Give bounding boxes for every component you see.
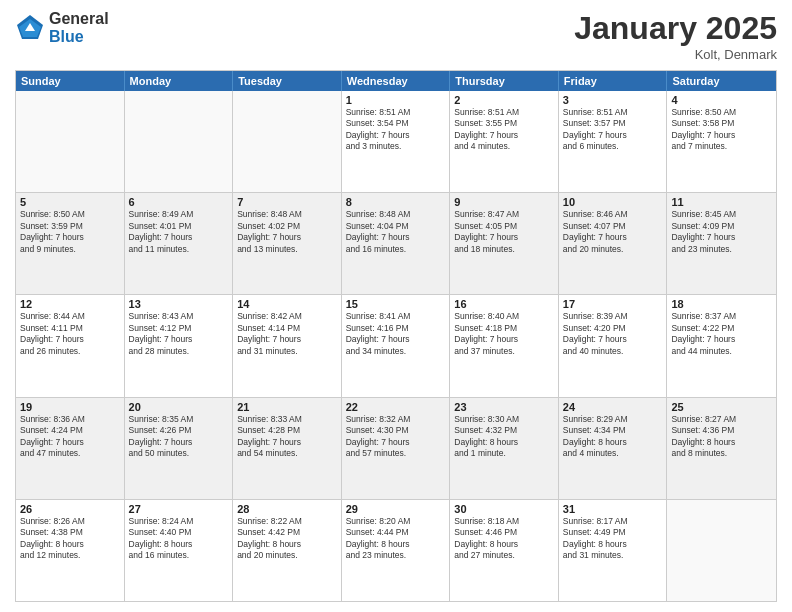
cell-line: Daylight: 8 hours bbox=[671, 437, 772, 448]
day-cell-10: 10Sunrise: 8:46 AMSunset: 4:07 PMDayligh… bbox=[559, 193, 668, 294]
day-number: 8 bbox=[346, 196, 446, 208]
cell-line: Daylight: 7 hours bbox=[454, 232, 554, 243]
cell-line: Sunset: 4:07 PM bbox=[563, 221, 663, 232]
day-cell-5: 5Sunrise: 8:50 AMSunset: 3:59 PMDaylight… bbox=[16, 193, 125, 294]
cell-line: Sunset: 3:58 PM bbox=[671, 118, 772, 129]
cell-line: Sunset: 4:22 PM bbox=[671, 323, 772, 334]
day-cell-23: 23Sunrise: 8:30 AMSunset: 4:32 PMDayligh… bbox=[450, 398, 559, 499]
cell-line: Sunrise: 8:51 AM bbox=[454, 107, 554, 118]
weekday-header-tuesday: Tuesday bbox=[233, 71, 342, 91]
cell-line: Daylight: 7 hours bbox=[671, 232, 772, 243]
day-number: 15 bbox=[346, 298, 446, 310]
cell-line: and 57 minutes. bbox=[346, 448, 446, 459]
day-number: 10 bbox=[563, 196, 663, 208]
day-cell-25: 25Sunrise: 8:27 AMSunset: 4:36 PMDayligh… bbox=[667, 398, 776, 499]
day-number: 17 bbox=[563, 298, 663, 310]
cell-line: Sunrise: 8:48 AM bbox=[346, 209, 446, 220]
cell-line: and 20 minutes. bbox=[237, 550, 337, 561]
cell-line: Daylight: 8 hours bbox=[129, 539, 229, 550]
cell-line: Sunset: 4:24 PM bbox=[20, 425, 120, 436]
cell-line: Sunset: 4:30 PM bbox=[346, 425, 446, 436]
day-cell-22: 22Sunrise: 8:32 AMSunset: 4:30 PMDayligh… bbox=[342, 398, 451, 499]
cell-line: Sunrise: 8:35 AM bbox=[129, 414, 229, 425]
day-number: 29 bbox=[346, 503, 446, 515]
day-number: 11 bbox=[671, 196, 772, 208]
day-number: 21 bbox=[237, 401, 337, 413]
day-cell-18: 18Sunrise: 8:37 AMSunset: 4:22 PMDayligh… bbox=[667, 295, 776, 396]
cell-line: Sunset: 4:28 PM bbox=[237, 425, 337, 436]
calendar-row-2: 12Sunrise: 8:44 AMSunset: 4:11 PMDayligh… bbox=[16, 295, 776, 397]
cell-line: and 40 minutes. bbox=[563, 346, 663, 357]
cell-line: Daylight: 7 hours bbox=[20, 437, 120, 448]
weekday-header-wednesday: Wednesday bbox=[342, 71, 451, 91]
cell-line: Sunrise: 8:36 AM bbox=[20, 414, 120, 425]
cell-line: Daylight: 8 hours bbox=[454, 539, 554, 550]
cell-line: Sunrise: 8:22 AM bbox=[237, 516, 337, 527]
cell-line: and 13 minutes. bbox=[237, 244, 337, 255]
cell-line: and 27 minutes. bbox=[454, 550, 554, 561]
day-cell-15: 15Sunrise: 8:41 AMSunset: 4:16 PMDayligh… bbox=[342, 295, 451, 396]
cell-line: Daylight: 7 hours bbox=[671, 334, 772, 345]
day-cell-19: 19Sunrise: 8:36 AMSunset: 4:24 PMDayligh… bbox=[16, 398, 125, 499]
cell-line: Sunset: 4:34 PM bbox=[563, 425, 663, 436]
cell-line: and 44 minutes. bbox=[671, 346, 772, 357]
cell-line: Sunset: 4:20 PM bbox=[563, 323, 663, 334]
cell-line: Sunset: 4:04 PM bbox=[346, 221, 446, 232]
day-cell-6: 6Sunrise: 8:49 AMSunset: 4:01 PMDaylight… bbox=[125, 193, 234, 294]
cell-line: and 50 minutes. bbox=[129, 448, 229, 459]
cell-line: Sunrise: 8:50 AM bbox=[671, 107, 772, 118]
day-cell-30: 30Sunrise: 8:18 AMSunset: 4:46 PMDayligh… bbox=[450, 500, 559, 601]
cell-line: Sunrise: 8:27 AM bbox=[671, 414, 772, 425]
cell-line: and 47 minutes. bbox=[20, 448, 120, 459]
cell-line: Sunrise: 8:44 AM bbox=[20, 311, 120, 322]
cell-line: Sunset: 3:54 PM bbox=[346, 118, 446, 129]
cell-line: Sunrise: 8:40 AM bbox=[454, 311, 554, 322]
day-cell-20: 20Sunrise: 8:35 AMSunset: 4:26 PMDayligh… bbox=[125, 398, 234, 499]
cell-line: Sunset: 4:02 PM bbox=[237, 221, 337, 232]
day-number: 31 bbox=[563, 503, 663, 515]
day-number: 4 bbox=[671, 94, 772, 106]
cell-line: Sunrise: 8:30 AM bbox=[454, 414, 554, 425]
cell-line: Sunset: 4:44 PM bbox=[346, 527, 446, 538]
cell-line: Sunrise: 8:33 AM bbox=[237, 414, 337, 425]
cell-line: and 7 minutes. bbox=[671, 141, 772, 152]
cell-line: Sunset: 4:46 PM bbox=[454, 527, 554, 538]
cell-line: and 54 minutes. bbox=[237, 448, 337, 459]
cell-line: Daylight: 7 hours bbox=[454, 334, 554, 345]
cell-line: Sunset: 4:38 PM bbox=[20, 527, 120, 538]
cell-line: and 6 minutes. bbox=[563, 141, 663, 152]
cell-line: Daylight: 8 hours bbox=[563, 539, 663, 550]
cell-line: Sunrise: 8:42 AM bbox=[237, 311, 337, 322]
cell-line: Daylight: 7 hours bbox=[129, 437, 229, 448]
cell-line: Sunset: 4:16 PM bbox=[346, 323, 446, 334]
day-number: 16 bbox=[454, 298, 554, 310]
cell-line: Sunrise: 8:43 AM bbox=[129, 311, 229, 322]
weekday-header-thursday: Thursday bbox=[450, 71, 559, 91]
cell-line: Sunset: 3:59 PM bbox=[20, 221, 120, 232]
cell-line: Sunrise: 8:39 AM bbox=[563, 311, 663, 322]
cell-line: and 9 minutes. bbox=[20, 244, 120, 255]
cell-line: Sunrise: 8:32 AM bbox=[346, 414, 446, 425]
cell-line: Daylight: 8 hours bbox=[454, 437, 554, 448]
day-cell-9: 9Sunrise: 8:47 AMSunset: 4:05 PMDaylight… bbox=[450, 193, 559, 294]
cell-line: Sunrise: 8:50 AM bbox=[20, 209, 120, 220]
cell-line: Daylight: 7 hours bbox=[454, 130, 554, 141]
cell-line: and 23 minutes. bbox=[346, 550, 446, 561]
day-number: 12 bbox=[20, 298, 120, 310]
cell-line: Sunset: 4:12 PM bbox=[129, 323, 229, 334]
logo-blue-text: Blue bbox=[49, 28, 109, 46]
cell-line: and 26 minutes. bbox=[20, 346, 120, 357]
cell-line: Sunrise: 8:37 AM bbox=[671, 311, 772, 322]
day-number: 25 bbox=[671, 401, 772, 413]
cell-line: Sunset: 4:36 PM bbox=[671, 425, 772, 436]
day-number: 24 bbox=[563, 401, 663, 413]
cell-line: Sunset: 4:42 PM bbox=[237, 527, 337, 538]
day-number: 18 bbox=[671, 298, 772, 310]
cell-line: Sunset: 4:09 PM bbox=[671, 221, 772, 232]
day-number: 5 bbox=[20, 196, 120, 208]
cell-line: and 31 minutes. bbox=[237, 346, 337, 357]
day-number: 13 bbox=[129, 298, 229, 310]
cell-line: Daylight: 7 hours bbox=[20, 334, 120, 345]
location: Kolt, Denmark bbox=[574, 47, 777, 62]
cell-line: Sunrise: 8:26 AM bbox=[20, 516, 120, 527]
